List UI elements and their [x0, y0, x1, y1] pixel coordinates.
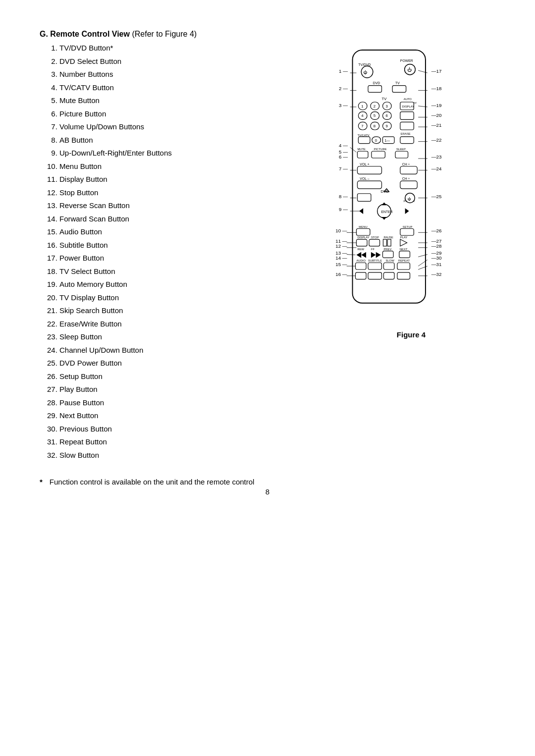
svg-text:—19: —19: [431, 103, 442, 108]
svg-text:1—: 1—: [384, 139, 390, 142]
svg-text:SETUP: SETUP: [403, 225, 413, 228]
svg-text:16 —: 16 —: [335, 271, 347, 277]
footnote-text: Function control is available on the uni…: [50, 478, 255, 486]
svg-rect-52: [372, 151, 385, 158]
svg-text:PAUSE: PAUSE: [383, 236, 393, 239]
svg-rect-56: [357, 166, 381, 174]
svg-text:4 —: 4 —: [339, 143, 348, 148]
svg-text:5: 5: [374, 113, 376, 118]
list-item: Subtitle Button: [59, 240, 317, 251]
list-item: Next Button: [59, 410, 317, 422]
svg-text:9: 9: [385, 124, 387, 128]
svg-text:—23: —23: [431, 154, 442, 160]
list-area: TV/DVD Button*DVD Select ButtonNumber Bu…: [40, 43, 317, 463]
svg-text:12 —: 12 —: [335, 243, 347, 249]
svg-text:3 —: 3 —: [339, 103, 348, 108]
list-item: Repeat Button: [59, 436, 317, 448]
svg-text:TV: TV: [382, 97, 387, 101]
list-item: Audio Button: [59, 226, 317, 238]
svg-text:POWER: POWER: [400, 59, 413, 62]
svg-rect-9: [368, 86, 382, 93]
svg-text:SLOW: SLOW: [385, 259, 394, 262]
svg-text:PREV: PREV: [383, 248, 391, 251]
svg-text:13 —: 13 —: [335, 250, 347, 256]
svg-rect-47: [400, 137, 414, 144]
list-item: Stop Button: [59, 187, 317, 199]
list-item: Mute Button: [59, 95, 317, 107]
svg-text:14 —: 14 —: [335, 255, 347, 261]
svg-text:PICTURE: PICTURE: [374, 148, 387, 151]
footnote-star: *: [40, 478, 43, 486]
svg-text:4: 4: [361, 113, 364, 118]
svg-text:—28: —28: [431, 243, 442, 249]
svg-text:15 —: 15 —: [335, 262, 347, 267]
list-item: Power Button: [59, 253, 317, 264]
section-title-suffix: (Refer to Figure 4): [130, 30, 197, 38]
svg-text:CH ÷: CH ÷: [402, 162, 410, 166]
svg-text:TV: TV: [395, 81, 400, 85]
svg-text:DVD: DVD: [373, 81, 380, 85]
svg-text:7 —: 7 —: [339, 166, 348, 171]
svg-text:3: 3: [385, 104, 388, 108]
svg-rect-38: [400, 122, 414, 130]
svg-text:—21: —21: [431, 122, 442, 128]
svg-rect-42: [358, 137, 370, 144]
svg-text:SLEEP: SLEEP: [396, 148, 406, 151]
svg-text:1 —: 1 —: [339, 68, 348, 74]
svg-rect-109: [383, 272, 394, 279]
svg-rect-60: [357, 181, 381, 189]
svg-rect-106: [397, 263, 410, 270]
svg-text:SUBTITLE: SUBTITLE: [368, 259, 382, 262]
svg-text:ENTER: ENTER: [381, 210, 393, 214]
button-list: TV/DVD Button*DVD Select ButtonNumber Bu…: [40, 43, 317, 461]
svg-rect-61: [400, 181, 417, 189]
svg-rect-66: [357, 194, 371, 202]
svg-text:—26: —26: [431, 228, 442, 233]
svg-text:—17: —17: [431, 68, 442, 74]
svg-text:—31: —31: [431, 262, 442, 267]
list-item: TV Display Button: [59, 292, 317, 304]
list-item: Sleep Button: [59, 331, 317, 343]
svg-text:NEXT: NEXT: [400, 248, 408, 251]
svg-text:—24: —24: [431, 166, 442, 171]
svg-text:AUTO: AUTO: [404, 98, 412, 101]
svg-text:—20: —20: [431, 112, 442, 118]
list-item: Erase/Write Button: [59, 319, 317, 330]
svg-rect-29: [400, 112, 414, 120]
svg-text:6: 6: [385, 113, 388, 118]
svg-text:VOL +: VOL +: [360, 162, 369, 166]
svg-rect-84: [356, 239, 367, 246]
remote-diagram: TV/DVD POWER ⏻ ⏻ DVD TV TV AUTO MEMORY: [327, 48, 466, 325]
svg-text:7: 7: [361, 124, 363, 128]
svg-text:8 —: 8 —: [339, 194, 348, 199]
svg-rect-78: [356, 228, 370, 235]
svg-text:FF: FF: [371, 248, 375, 251]
svg-text:CH ÷: CH ÷: [402, 177, 410, 180]
page-container: G. Remote Control View (Refer to Figure …: [0, 0, 535, 516]
footnote: * Function control is available on the u…: [40, 478, 495, 486]
svg-rect-10: [392, 86, 406, 93]
list-item: AB Button: [59, 135, 317, 146]
list-item: TV/DVD Button*: [59, 43, 317, 54]
list-item: TV Select Button: [59, 266, 317, 277]
svg-text:—32: —32: [431, 271, 442, 277]
list-item: Play Button: [59, 384, 317, 395]
list-item: Up-Down/Left-Right/Enter Buttons: [59, 148, 317, 159]
svg-text:TV/CATV: TV/CATV: [357, 134, 369, 137]
svg-text:—30: —30: [431, 255, 442, 261]
svg-rect-104: [368, 263, 382, 270]
svg-text:⏻: ⏻: [407, 67, 412, 72]
list-item: Volume Up/Down Buttons: [59, 121, 317, 133]
svg-text:1: 1: [361, 104, 363, 108]
svg-text:DISPLAY: DISPLAY: [402, 105, 414, 108]
page-number: 8: [266, 487, 269, 496]
svg-rect-87: [387, 239, 391, 246]
list-item: Number Buttons: [59, 69, 317, 80]
svg-text:ERASE: ERASE: [401, 132, 411, 135]
svg-text:⏻: ⏻: [408, 197, 411, 201]
list-item: Reverse Scan Button: [59, 200, 317, 212]
figure-label: Figure 4: [327, 330, 495, 339]
svg-rect-98: [399, 251, 410, 258]
svg-rect-86: [383, 239, 386, 246]
svg-text:VOL –: VOL –: [360, 177, 369, 180]
